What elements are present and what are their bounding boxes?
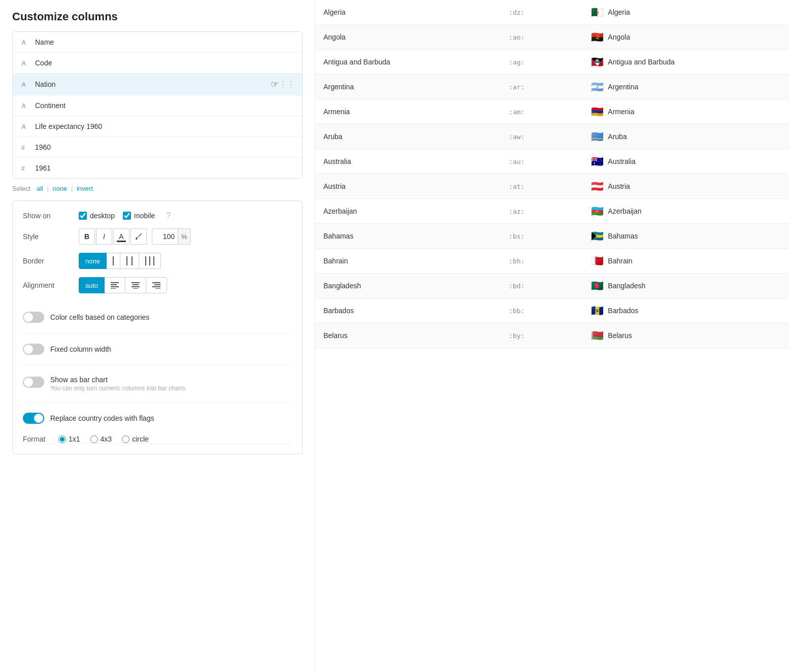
fixed-width-toggle[interactable] xyxy=(23,344,44,355)
bold-button[interactable]: B xyxy=(79,228,95,245)
bar-chart-section: Show as bar chart You can only turn nume… xyxy=(23,365,292,402)
align-left-icon xyxy=(111,282,119,289)
col-name-name: Name xyxy=(35,38,295,46)
col-name-y1961: 1961 xyxy=(35,164,295,172)
country-code-cell: :aw: xyxy=(501,124,583,149)
col-type-icon-y1960: # xyxy=(20,142,30,152)
country-code-cell: :at: xyxy=(501,174,583,199)
opacity-input[interactable] xyxy=(152,228,178,245)
country-name-cell: Austria xyxy=(315,174,501,199)
table-row: Bangladesh:bd:🇧🇩Bangladesh xyxy=(315,274,789,298)
country-name-cell: Armenia xyxy=(315,99,501,124)
fixed-width-row: Fixed column width xyxy=(23,338,292,361)
flag-emoji: 🇦🇷 xyxy=(591,81,604,93)
flag-name: Barbados xyxy=(608,307,638,315)
svg-rect-9 xyxy=(111,286,119,287)
svg-text:A: A xyxy=(21,102,26,109)
country-flag-cell: 🇦🇲Armenia xyxy=(583,99,789,124)
customize-columns-panel: Customize columns ANameACodeANation☞⋮⋮AC… xyxy=(0,0,315,672)
format-4x3-item[interactable]: 4x3 xyxy=(90,435,112,443)
table-row: Bahamas:bs:🇧🇸Bahamas xyxy=(315,224,789,249)
border-double-button[interactable] xyxy=(139,253,161,269)
columns-list: ANameACodeANation☞⋮⋮AContinentALife expe… xyxy=(12,31,303,179)
alignment-left-button[interactable] xyxy=(104,277,125,293)
column-item-name[interactable]: AName xyxy=(13,32,302,53)
border-single-button[interactable] xyxy=(106,253,120,269)
format-1x1-item[interactable]: 1x1 xyxy=(58,435,80,443)
border-medium-button[interactable] xyxy=(120,253,139,269)
replace-flags-section: Replace country codes with flags Format … xyxy=(23,402,292,444)
border-toggle-group: none xyxy=(79,253,161,269)
column-item-y1961[interactable]: #1961 xyxy=(13,158,302,178)
flag-name: Bahrain xyxy=(608,257,632,265)
mobile-label: mobile xyxy=(134,212,155,220)
table-row: Aruba:aw:🇦🇼Aruba xyxy=(315,124,789,149)
select-invert-link[interactable]: invert xyxy=(77,185,93,192)
flag-name: Algeria xyxy=(608,8,630,16)
desktop-checkbox[interactable] xyxy=(79,212,87,220)
table-row: Austria:at:🇦🇹Austria xyxy=(315,174,789,199)
country-code-cell: :by: xyxy=(501,323,583,348)
border-row: Border none xyxy=(23,253,292,269)
column-item-life_expectancy[interactable]: ALife expectancy 1960 xyxy=(13,116,302,137)
country-name-cell: Antigua and Barbuda xyxy=(315,50,501,75)
options-panel: Show on desktop mobile ? Style B I A xyxy=(12,200,303,454)
country-code-cell: :bd: xyxy=(501,274,583,298)
cursor-hand: ☞ xyxy=(271,79,279,90)
flag-emoji: 🇧🇸 xyxy=(591,230,604,242)
desktop-checkbox-item[interactable]: desktop xyxy=(79,212,115,220)
mobile-checkbox[interactable] xyxy=(123,212,131,220)
country-name-cell: Aruba xyxy=(315,124,501,149)
underline-letter: A xyxy=(119,232,123,241)
col-name-nation: Nation xyxy=(35,80,269,88)
column-item-nation[interactable]: ANation☞⋮⋮ xyxy=(13,74,302,95)
align-center-icon xyxy=(132,282,140,289)
flag-emoji: 🇩🇿 xyxy=(591,6,604,18)
paint-brush-button[interactable] xyxy=(130,228,147,245)
alignment-label: Alignment xyxy=(23,281,79,289)
border-single-icon xyxy=(113,256,114,265)
italic-button[interactable]: I xyxy=(96,228,112,245)
color-cells-toggle[interactable] xyxy=(23,312,44,323)
column-item-code[interactable]: ACode xyxy=(13,53,302,74)
mobile-checkbox-item[interactable]: mobile xyxy=(123,212,155,220)
format-circle-item[interactable]: circle xyxy=(122,435,149,443)
flag-name: Belarus xyxy=(608,331,632,340)
col-type-icon-code: A xyxy=(20,58,30,68)
format-1x1-radio[interactable] xyxy=(58,435,66,443)
select-all-link[interactable]: all xyxy=(37,185,43,192)
border-label: Border xyxy=(23,257,79,265)
column-item-y1960[interactable]: #1960 xyxy=(13,137,302,158)
flag-name: Australia xyxy=(608,157,635,165)
select-none-link[interactable]: none xyxy=(52,185,67,192)
bar-chart-toggle[interactable] xyxy=(23,377,44,388)
replace-flags-label: Replace country codes with flags xyxy=(50,414,154,422)
alignment-auto-button[interactable]: auto xyxy=(79,277,105,293)
table-row: Bahrain:bh:🇧🇭Bahrain xyxy=(315,249,789,274)
help-icon[interactable]: ? xyxy=(166,211,171,220)
border-none-button[interactable]: none xyxy=(79,253,107,269)
format-circle-label: circle xyxy=(132,435,149,443)
svg-rect-11 xyxy=(132,282,140,283)
col-type-icon-name: A xyxy=(20,37,30,47)
alignment-center-button[interactable] xyxy=(125,277,146,293)
replace-flags-toggle[interactable] xyxy=(23,413,44,424)
format-4x3-radio[interactable] xyxy=(90,435,98,443)
alignment-right-button[interactable] xyxy=(146,277,167,293)
border-double-icon xyxy=(145,256,154,265)
table-row: Algeria:dz:🇩🇿Algeria xyxy=(315,0,789,25)
country-code-cell: :bb: xyxy=(501,298,583,323)
country-flag-cell: 🇩🇿Algeria xyxy=(583,0,789,25)
format-circle-radio[interactable] xyxy=(122,435,129,443)
format-4x3-label: 4x3 xyxy=(101,435,112,443)
underline-color-button[interactable]: A xyxy=(113,228,129,245)
country-name-cell: Barbados xyxy=(315,298,501,323)
column-item-continent[interactable]: AContinent xyxy=(13,95,302,116)
drag-handle-nation[interactable]: ⋮⋮ xyxy=(279,80,295,89)
desktop-label: desktop xyxy=(90,212,115,220)
table-row: Barbados:bb:🇧🇧Barbados xyxy=(315,298,789,323)
fixed-width-section: Fixed column width xyxy=(23,333,292,365)
country-name-cell: Australia xyxy=(315,149,501,174)
country-table-panel: Algeria:dz:🇩🇿AlgeriaAngola:ao:🇦🇴AngolaAn… xyxy=(315,0,789,672)
svg-text:A: A xyxy=(21,81,26,88)
